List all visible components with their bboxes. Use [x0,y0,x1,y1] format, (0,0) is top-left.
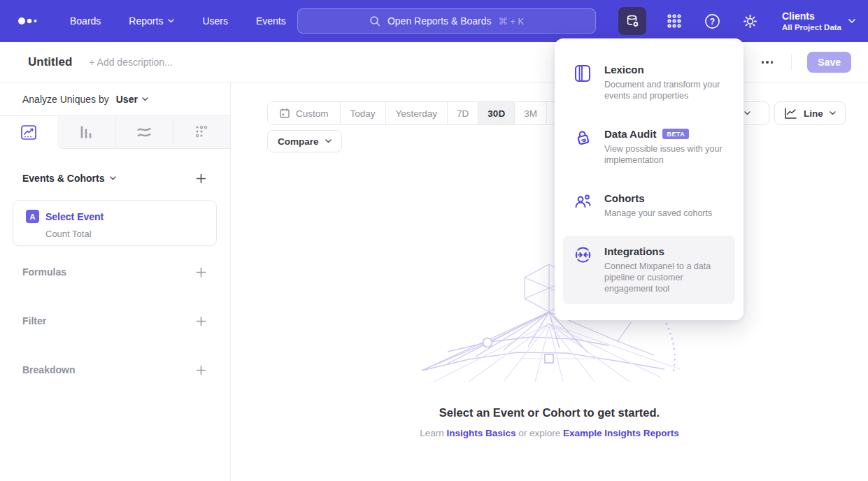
analyze-entity-dropdown[interactable]: User [116,94,148,105]
mixpanel-logo-icon[interactable] [17,16,45,26]
insights-basics-link[interactable]: Insights Basics [446,428,515,438]
date-range-label: 3M [524,108,537,119]
date-range-label: Today [350,108,376,119]
header-divider [791,55,792,70]
empty-state-subtitle: Learn Insights Basics or explore Example… [231,428,868,438]
project-scope: All Project Data [782,22,841,32]
beta-badge: BETA [662,129,689,139]
primary-nav: Boards Reports Users Events [70,15,286,27]
tab-bar-chart[interactable] [57,116,115,149]
bar-chart-tab-icon [79,125,93,139]
nav-item-users[interactable]: Users [202,15,228,27]
chevron-down-icon [325,139,332,143]
chevron-down-icon [142,97,148,101]
navbar-right-cluster: ? Clients All Project Data [618,0,855,42]
empty-state-prefix: Learn [420,428,444,438]
save-button[interactable]: Save [807,52,851,73]
tab-scatter-chart[interactable] [173,116,230,149]
example-reports-link[interactable]: Example Insights Reports [563,428,679,438]
formulas-label: Formulas [22,266,66,278]
event-aggregation-label[interactable]: Count Total [45,229,204,239]
empty-state-title: Select an Event or Cohort to get started… [231,406,868,419]
menu-item-data-audit[interactable]: Data Audit BETA View possible issues wit… [563,118,735,175]
cohorts-icon [574,193,592,210]
tab-flow-chart[interactable] [115,116,173,149]
add-filter-button[interactable] [196,316,206,326]
nav-item-reports[interactable]: Reports [129,15,174,27]
data-management-button[interactable] [618,7,646,35]
menu-item-cohorts[interactable]: Cohorts Manage your saved cohorts [563,182,735,229]
date-range-label: Yesterday [396,108,438,119]
date-range-label: Custom [296,108,329,119]
report-description-placeholder[interactable]: + Add description... [89,57,172,68]
event-card[interactable]: A Select Event Count Total [13,200,217,246]
lexicon-icon [574,64,591,82]
analyze-entity-value: User [116,94,138,105]
empty-state-middle: or explore [518,428,560,438]
chevron-down-icon [168,19,174,23]
tab-line-chart[interactable] [0,116,57,149]
plus-icon [196,316,206,326]
report-header-actions: Save [730,42,851,82]
menu-item-description: Connect Mixpanel to a data pipeline or c… [604,261,728,294]
calendar-icon [279,108,290,119]
date-range-yesterday[interactable]: Yesterday [385,102,448,124]
settings-button[interactable] [740,7,760,35]
events-cohorts-dropdown[interactable]: Events & Cohorts [22,173,116,184]
add-formula-button[interactable] [196,267,206,278]
nav-item-label: Users [202,15,228,27]
data-audit-icon [574,129,592,148]
nav-item-label: Events [256,15,286,27]
help-icon: ? [704,13,720,29]
date-range-7d[interactable]: 7D [447,102,478,124]
nav-item-label: Boards [70,15,101,27]
more-options-button[interactable] [759,58,776,66]
chevron-down-icon [744,111,750,115]
compare-dropdown[interactable]: Compare [267,130,342,152]
line-chart-icon [784,108,797,120]
date-range-30d-active[interactable]: 30D [478,102,514,124]
date-range-3m[interactable]: 3M [514,102,546,124]
menu-item-description: View possible issues with your implement… [604,143,728,166]
breakdown-label: Breakdown [22,364,75,375]
date-range-control: Custom Today Yesterday 7D 30D 3M 6M [267,101,579,125]
global-search-input[interactable]: Open Reports & Boards ⌘ + K [297,8,596,34]
filter-label: Filter [22,315,46,326]
menu-item-description: Document and transform your events and p… [604,79,728,101]
plus-icon [196,267,206,278]
chevron-down-icon [848,19,855,24]
apps-grid-button[interactable] [664,7,684,35]
menu-item-title: Cohorts [604,192,712,204]
chart-type-tabs [0,116,230,149]
select-event-label[interactable]: Select Event [45,211,104,222]
add-breakdown-button[interactable] [196,365,206,375]
formulas-row: Formulas [22,265,206,279]
nav-item-label: Reports [129,15,163,27]
query-builder-sidebar: Analyze Uniques by User [0,82,231,481]
project-name: Clients [782,10,841,22]
events-cohorts-header: Events & Cohorts [22,171,206,185]
report-title[interactable]: Untitled [28,55,72,69]
project-selector[interactable]: Clients All Project Data [782,10,855,32]
menu-item-integrations[interactable]: Integrations Connect Mixpanel to a data … [563,236,735,304]
plus-icon [196,365,206,375]
add-event-button[interactable] [196,173,206,184]
menu-item-title: Integrations [604,245,728,257]
data-management-menu: Lexicon Document and transform your even… [555,38,744,320]
chart-type-label: Line [804,108,823,119]
chart-type-dropdown[interactable]: Line [774,101,846,125]
menu-item-title: Data Audit [604,128,656,140]
search-shortcut: ⌘ + K [499,16,525,27]
date-range-custom[interactable]: Custom [268,102,340,124]
date-range-today[interactable]: Today [340,102,385,124]
nav-item-boards[interactable]: Boards [70,15,101,27]
nav-item-events[interactable]: Events [256,15,286,27]
help-button[interactable]: ? [702,7,722,35]
plus-icon [196,173,206,184]
menu-item-lexicon[interactable]: Lexicon Document and transform your even… [563,54,735,111]
flow-tab-icon [136,126,152,138]
analyze-label: Analyze Uniques by [22,94,109,105]
analyze-row: Analyze Uniques by User [0,82,230,116]
breakdown-row: Breakdown [22,363,206,377]
svg-text:?: ? [709,16,714,26]
